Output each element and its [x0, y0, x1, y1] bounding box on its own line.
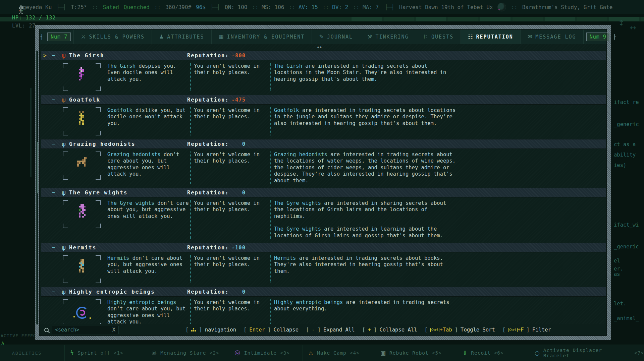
hint-collapse-all[interactable]: [+]Collapse All [362, 327, 417, 333]
hint-toggle-sort[interactable]: [Ctrl+Tab]Toggle Sort [424, 327, 495, 333]
faction-name-highlight: Highly entropic beings [107, 299, 176, 305]
tab-reputation[interactable]: ☷REPUTATION [461, 29, 521, 44]
faction-header-row[interactable]: −ψGoatfolkReputation:-475 [41, 95, 606, 105]
frame-corner-icon [63, 224, 68, 228]
faction-header-row[interactable]: −ψThe Gyre wightsReputation:0 [41, 188, 606, 197]
faction-header-row[interactable]: −ψHighly entropic beingsReputation:0 [41, 287, 606, 297]
prev-tab-key-badge[interactable]: Num 7 [47, 33, 71, 41]
bracket: [ [306, 327, 309, 333]
background-text-fragment: ifact_re [614, 99, 639, 105]
ability-rebuke-robot[interactable]: ▣Rebuke Robot<5> [375, 345, 457, 361]
holy-places-text: You aren't welcome in their holy places. [194, 299, 263, 324]
carry-weight: 360/390# [165, 4, 191, 10]
tab-label: INVENTORY & EQUIPMENT [227, 34, 305, 40]
hint-expand-all[interactable]: [-]Expand All [306, 327, 355, 333]
entropy-spiral-sprite [76, 307, 88, 319]
tab-label: REPUTATION [476, 34, 513, 40]
faction-name-highlight: Grazing hedonists [107, 152, 161, 158]
faction-name-highlight: Hermits [274, 255, 296, 261]
separator: :: [350, 4, 363, 10]
abilities-row-hotkey: A [1, 341, 4, 346]
bracket: [ [362, 327, 365, 333]
tab-inventory-equipment[interactable]: ▦INVENTORY & EQUIPMENT [212, 29, 312, 44]
keyboard-hints: []navigation[Enter]Collapse[-]Expand All… [185, 327, 551, 333]
navigation-keys-icon [191, 328, 196, 332]
faction-block-hermits: −ψHermitsReputation:-100Hermits don't ca… [40, 243, 606, 287]
holy-places-text: You aren't welcome in their holy places. [194, 200, 263, 239]
tab-tinkering[interactable]: ⚒TINKERING [360, 29, 416, 44]
faction-disposition-text: The Gyre wights don't care about you, bu… [107, 200, 189, 239]
collapse-toggle[interactable]: − [49, 52, 58, 59]
creature-portrait-frame [63, 152, 101, 180]
collapse-toggle[interactable]: − [49, 141, 58, 147]
dotted-divider [190, 152, 191, 184]
ability-hotkey: <4> [350, 350, 360, 356]
reputation-label: Reputation: [187, 141, 229, 147]
tab-message-log[interactable]: ✉MESSAGE LOG [521, 29, 584, 44]
ability-make-camp[interactable]: ♨Make Camp<4> [303, 345, 375, 361]
hp-bar [0, 17, 644, 21]
collapse-toggle[interactable]: − [49, 97, 58, 103]
hint-collapse[interactable]: [Enter]Collapse [244, 327, 299, 333]
faction-title-cell: ψThe Gyre wights [58, 189, 127, 196]
tab-bar: ┤ Num 7 ⚔SKILLS & POWERS♟ATTRIBUTES▦INVE… [40, 29, 606, 44]
frame-corner-icon [63, 86, 68, 91]
ability-name: Menacing Stare [160, 350, 206, 356]
reputation-value: -475 [229, 97, 246, 103]
collapse-toggle[interactable]: − [49, 189, 58, 196]
faction-name: Goatfolk [69, 97, 100, 103]
background-text-fragment: ies) [614, 162, 626, 168]
book-icon: ✎ [319, 34, 323, 40]
creature-sprite [75, 67, 77, 69]
tab-label: QUESTS [431, 34, 453, 40]
next-tab-key-badge[interactable]: Num 9 [586, 33, 610, 41]
dotted-divider [270, 255, 271, 283]
frame-corner-icon [96, 255, 101, 260]
search-input[interactable] [55, 327, 102, 333]
faction-name: Grazing hedonists [69, 141, 136, 147]
scrollbar-thumb[interactable] [37, 142, 38, 193]
ability-intimidate[interactable]: ☹Intimidate<3> [229, 345, 303, 361]
background-text-fragment: _generic [614, 121, 639, 127]
stat-av: AV: 15 [299, 4, 318, 10]
faction-header-row[interactable]: >−ψThe GirshReputation:-800 [41, 51, 606, 60]
scroll-up-indicator-icon[interactable]: ▲▲ [317, 45, 323, 48]
faction-name-highlight: Highly entropic beings [274, 299, 343, 305]
dotted-divider [270, 200, 271, 239]
ability-hotkey: <5> [432, 350, 442, 356]
ability-sprint[interactable]: ϟSprintoff<1> [64, 345, 146, 361]
face-bubble-icon: ☹ [234, 350, 241, 356]
creature-sprite [75, 259, 77, 261]
faction-name-highlight: The Gyre wights [107, 200, 154, 206]
reputation-value: -100 [229, 245, 246, 251]
list-scrollbar[interactable] [36, 51, 38, 324]
faction-block-highly-entropic-beings: −ψHighly entropic beingsReputation:0High… [40, 287, 606, 324]
modal-footer-bar: X []navigation[Enter]Collapse[-]Expand A… [40, 324, 606, 336]
search-box[interactable]: X [52, 326, 118, 334]
log-icon: ✉ [528, 34, 532, 40]
interest-paragraph: The Gyre wights are interested in learni… [274, 226, 456, 239]
ability-activate-displacer-bracelet[interactable]: ○Activate Displacer Bracelet<7> [529, 345, 644, 361]
tab-attributes[interactable]: ♟ATTRIBUTES [152, 29, 212, 44]
hint-navigation[interactable]: []navigation [185, 327, 236, 333]
background-text-fragment: _animal_ [614, 315, 639, 321]
tab-journal[interactable]: ✎JOURNAL [312, 29, 360, 44]
ability-menacing-stare[interactable]: ☠Menacing Stare<2> [146, 345, 229, 361]
hint-key [191, 328, 196, 332]
tab-quests[interactable]: ⚐QUESTS [416, 29, 461, 44]
faction-tree-icon: ψ [62, 245, 66, 251]
faction-interests-text: Goatfolk are interested in trading secre… [274, 107, 456, 135]
search-clear-button[interactable]: X [112, 327, 115, 333]
frame-corner-icon [63, 107, 68, 112]
hp-bar-segment [448, 17, 478, 21]
collapse-toggle[interactable]: − [49, 289, 58, 295]
faction-header-row[interactable]: −ψHermitsReputation:-100 [41, 243, 606, 252]
collapse-toggle[interactable]: − [49, 244, 58, 251]
dotted-divider [190, 255, 191, 283]
faction-header-row[interactable]: −ψGrazing hedonistsReputation:0 [41, 139, 606, 149]
faction-tree-icon: ψ [62, 289, 66, 295]
hint-key: + [368, 327, 371, 333]
ability-recoil[interactable]: ⇓Recoil<6> [457, 345, 529, 361]
hint-filter[interactable]: [Ctrl+F]Filter [502, 327, 551, 333]
tab-skills-powers[interactable]: ⚔SKILLS & POWERS [73, 29, 152, 44]
